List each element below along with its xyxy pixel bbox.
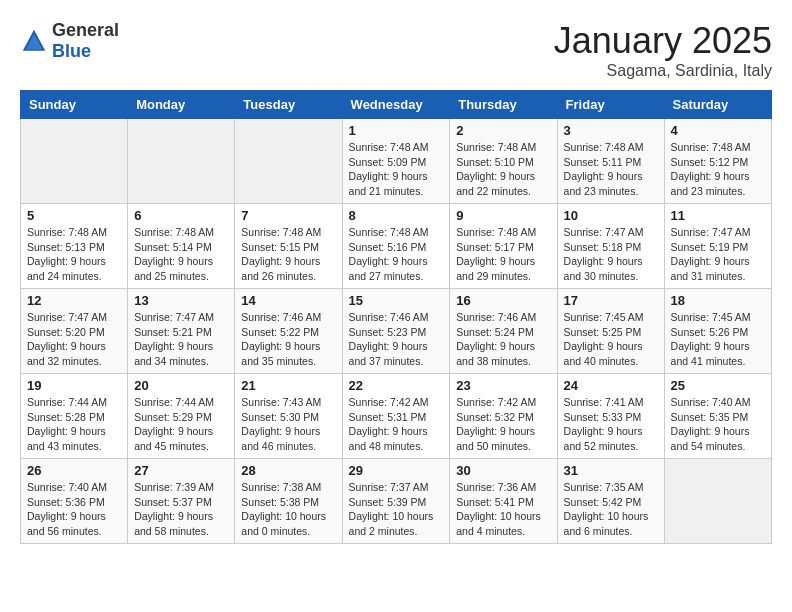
weekday-header-row: SundayMondayTuesdayWednesdayThursdayFrid… xyxy=(21,91,772,119)
location-title: Sagama, Sardinia, Italy xyxy=(554,62,772,80)
day-number: 14 xyxy=(241,293,335,308)
day-info: Sunrise: 7:47 AMSunset: 5:18 PMDaylight:… xyxy=(564,225,658,284)
logo-icon xyxy=(20,27,48,55)
calendar-cell: 22 Sunrise: 7:42 AMSunset: 5:31 PMDaylig… xyxy=(342,374,450,459)
calendar-table: SundayMondayTuesdayWednesdayThursdayFrid… xyxy=(20,90,772,544)
day-number: 17 xyxy=(564,293,658,308)
logo-text-general: General xyxy=(52,20,119,40)
day-info: Sunrise: 7:46 AMSunset: 5:23 PMDaylight:… xyxy=(349,310,444,369)
calendar-cell: 10 Sunrise: 7:47 AMSunset: 5:18 PMDaylig… xyxy=(557,204,664,289)
calendar-cell: 2 Sunrise: 7:48 AMSunset: 5:10 PMDayligh… xyxy=(450,119,557,204)
calendar-cell: 23 Sunrise: 7:42 AMSunset: 5:32 PMDaylig… xyxy=(450,374,557,459)
day-info: Sunrise: 7:48 AMSunset: 5:12 PMDaylight:… xyxy=(671,140,765,199)
calendar-cell: 6 Sunrise: 7:48 AMSunset: 5:14 PMDayligh… xyxy=(128,204,235,289)
calendar-cell: 11 Sunrise: 7:47 AMSunset: 5:19 PMDaylig… xyxy=(664,204,771,289)
day-info: Sunrise: 7:46 AMSunset: 5:22 PMDaylight:… xyxy=(241,310,335,369)
calendar-cell: 15 Sunrise: 7:46 AMSunset: 5:23 PMDaylig… xyxy=(342,289,450,374)
calendar-week-row: 5 Sunrise: 7:48 AMSunset: 5:13 PMDayligh… xyxy=(21,204,772,289)
day-info: Sunrise: 7:41 AMSunset: 5:33 PMDaylight:… xyxy=(564,395,658,454)
day-number: 22 xyxy=(349,378,444,393)
day-info: Sunrise: 7:38 AMSunset: 5:38 PMDaylight:… xyxy=(241,480,335,539)
day-number: 18 xyxy=(671,293,765,308)
calendar-cell: 12 Sunrise: 7:47 AMSunset: 5:20 PMDaylig… xyxy=(21,289,128,374)
calendar-cell: 30 Sunrise: 7:36 AMSunset: 5:41 PMDaylig… xyxy=(450,459,557,544)
calendar-cell: 4 Sunrise: 7:48 AMSunset: 5:12 PMDayligh… xyxy=(664,119,771,204)
calendar-cell xyxy=(128,119,235,204)
day-number: 27 xyxy=(134,463,228,478)
day-number: 3 xyxy=(564,123,658,138)
calendar-cell: 25 Sunrise: 7:40 AMSunset: 5:35 PMDaylig… xyxy=(664,374,771,459)
calendar-cell: 7 Sunrise: 7:48 AMSunset: 5:15 PMDayligh… xyxy=(235,204,342,289)
day-number: 24 xyxy=(564,378,658,393)
day-number: 5 xyxy=(27,208,121,223)
calendar-cell: 5 Sunrise: 7:48 AMSunset: 5:13 PMDayligh… xyxy=(21,204,128,289)
month-title: January 2025 xyxy=(554,20,772,62)
day-number: 21 xyxy=(241,378,335,393)
calendar-week-row: 12 Sunrise: 7:47 AMSunset: 5:20 PMDaylig… xyxy=(21,289,772,374)
day-info: Sunrise: 7:48 AMSunset: 5:17 PMDaylight:… xyxy=(456,225,550,284)
day-number: 19 xyxy=(27,378,121,393)
day-number: 11 xyxy=(671,208,765,223)
calendar-cell: 9 Sunrise: 7:48 AMSunset: 5:17 PMDayligh… xyxy=(450,204,557,289)
weekday-header: Thursday xyxy=(450,91,557,119)
calendar-cell: 14 Sunrise: 7:46 AMSunset: 5:22 PMDaylig… xyxy=(235,289,342,374)
day-info: Sunrise: 7:40 AMSunset: 5:36 PMDaylight:… xyxy=(27,480,121,539)
calendar-cell: 3 Sunrise: 7:48 AMSunset: 5:11 PMDayligh… xyxy=(557,119,664,204)
day-info: Sunrise: 7:39 AMSunset: 5:37 PMDaylight:… xyxy=(134,480,228,539)
calendar-cell xyxy=(664,459,771,544)
calendar-cell: 8 Sunrise: 7:48 AMSunset: 5:16 PMDayligh… xyxy=(342,204,450,289)
calendar-week-row: 19 Sunrise: 7:44 AMSunset: 5:28 PMDaylig… xyxy=(21,374,772,459)
day-info: Sunrise: 7:48 AMSunset: 5:09 PMDaylight:… xyxy=(349,140,444,199)
day-info: Sunrise: 7:43 AMSunset: 5:30 PMDaylight:… xyxy=(241,395,335,454)
day-number: 28 xyxy=(241,463,335,478)
day-info: Sunrise: 7:47 AMSunset: 5:21 PMDaylight:… xyxy=(134,310,228,369)
day-number: 8 xyxy=(349,208,444,223)
day-info: Sunrise: 7:46 AMSunset: 5:24 PMDaylight:… xyxy=(456,310,550,369)
calendar-cell xyxy=(235,119,342,204)
day-info: Sunrise: 7:48 AMSunset: 5:15 PMDaylight:… xyxy=(241,225,335,284)
day-number: 26 xyxy=(27,463,121,478)
calendar-cell: 27 Sunrise: 7:39 AMSunset: 5:37 PMDaylig… xyxy=(128,459,235,544)
calendar-cell: 17 Sunrise: 7:45 AMSunset: 5:25 PMDaylig… xyxy=(557,289,664,374)
calendar-week-row: 26 Sunrise: 7:40 AMSunset: 5:36 PMDaylig… xyxy=(21,459,772,544)
day-number: 29 xyxy=(349,463,444,478)
page-header: General Blue January 2025 Sagama, Sardin… xyxy=(20,20,772,80)
day-info: Sunrise: 7:48 AMSunset: 5:16 PMDaylight:… xyxy=(349,225,444,284)
day-info: Sunrise: 7:40 AMSunset: 5:35 PMDaylight:… xyxy=(671,395,765,454)
day-number: 9 xyxy=(456,208,550,223)
calendar-cell: 28 Sunrise: 7:38 AMSunset: 5:38 PMDaylig… xyxy=(235,459,342,544)
day-number: 31 xyxy=(564,463,658,478)
weekday-header: Monday xyxy=(128,91,235,119)
day-number: 10 xyxy=(564,208,658,223)
calendar-cell: 24 Sunrise: 7:41 AMSunset: 5:33 PMDaylig… xyxy=(557,374,664,459)
day-info: Sunrise: 7:48 AMSunset: 5:14 PMDaylight:… xyxy=(134,225,228,284)
logo-text-blue: Blue xyxy=(52,41,91,61)
day-info: Sunrise: 7:37 AMSunset: 5:39 PMDaylight:… xyxy=(349,480,444,539)
day-info: Sunrise: 7:45 AMSunset: 5:26 PMDaylight:… xyxy=(671,310,765,369)
day-info: Sunrise: 7:36 AMSunset: 5:41 PMDaylight:… xyxy=(456,480,550,539)
day-number: 6 xyxy=(134,208,228,223)
day-info: Sunrise: 7:47 AMSunset: 5:19 PMDaylight:… xyxy=(671,225,765,284)
day-number: 20 xyxy=(134,378,228,393)
calendar-cell: 29 Sunrise: 7:37 AMSunset: 5:39 PMDaylig… xyxy=(342,459,450,544)
day-info: Sunrise: 7:42 AMSunset: 5:31 PMDaylight:… xyxy=(349,395,444,454)
calendar-cell: 13 Sunrise: 7:47 AMSunset: 5:21 PMDaylig… xyxy=(128,289,235,374)
day-number: 16 xyxy=(456,293,550,308)
day-number: 23 xyxy=(456,378,550,393)
day-number: 4 xyxy=(671,123,765,138)
logo: General Blue xyxy=(20,20,119,62)
day-number: 2 xyxy=(456,123,550,138)
day-info: Sunrise: 7:44 AMSunset: 5:28 PMDaylight:… xyxy=(27,395,121,454)
day-info: Sunrise: 7:44 AMSunset: 5:29 PMDaylight:… xyxy=(134,395,228,454)
calendar-cell: 16 Sunrise: 7:46 AMSunset: 5:24 PMDaylig… xyxy=(450,289,557,374)
calendar-cell: 20 Sunrise: 7:44 AMSunset: 5:29 PMDaylig… xyxy=(128,374,235,459)
weekday-header: Tuesday xyxy=(235,91,342,119)
weekday-header: Saturday xyxy=(664,91,771,119)
day-info: Sunrise: 7:48 AMSunset: 5:10 PMDaylight:… xyxy=(456,140,550,199)
calendar-cell: 21 Sunrise: 7:43 AMSunset: 5:30 PMDaylig… xyxy=(235,374,342,459)
weekday-header: Wednesday xyxy=(342,91,450,119)
calendar-cell: 19 Sunrise: 7:44 AMSunset: 5:28 PMDaylig… xyxy=(21,374,128,459)
day-info: Sunrise: 7:42 AMSunset: 5:32 PMDaylight:… xyxy=(456,395,550,454)
day-number: 1 xyxy=(349,123,444,138)
weekday-header: Sunday xyxy=(21,91,128,119)
